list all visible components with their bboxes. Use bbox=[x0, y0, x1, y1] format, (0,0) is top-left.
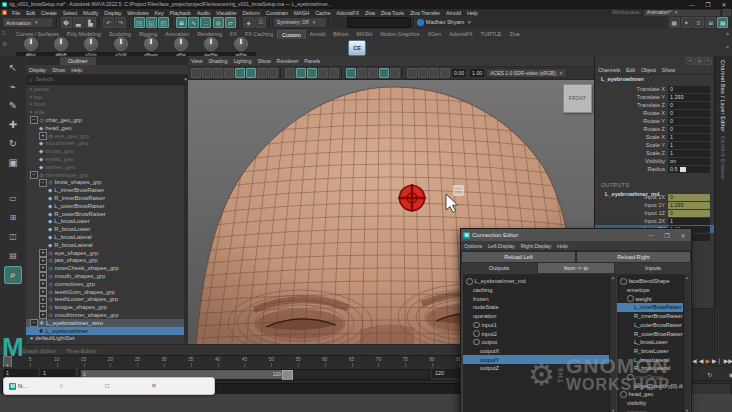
outliner-item-R_innerBrowRaiser[interactable]: ◆R_innerBrowRaiser bbox=[26, 194, 206, 202]
exposure-field[interactable]: 0.00 bbox=[452, 69, 466, 77]
channel-box-menu-show[interactable]: Show bbox=[659, 67, 678, 73]
expand-icon[interactable]: + bbox=[39, 272, 47, 280]
viewport-menu-view[interactable]: View bbox=[188, 58, 205, 64]
expand-icon[interactable]: + bbox=[39, 249, 47, 257]
channel-translate-x[interactable]: Translate X0 bbox=[595, 85, 715, 93]
expand-icon[interactable]: + bbox=[39, 264, 47, 272]
ce-item-outputZ[interactable]: outputZ bbox=[463, 364, 609, 373]
outliner-item-defaultLightSet[interactable]: ●defaultLightSet bbox=[26, 335, 188, 343]
collapse-icon[interactable]: − bbox=[39, 179, 47, 187]
channel-value-field[interactable]: 0 bbox=[668, 126, 710, 133]
toggle-circle-icon[interactable] bbox=[627, 295, 634, 302]
channel-value-field[interactable]: 0 bbox=[668, 86, 710, 93]
toggle-circle-icon[interactable] bbox=[620, 278, 627, 285]
go-to-end-button[interactable]: ▶▶ bbox=[724, 357, 732, 364]
viewport-menu-show[interactable]: Show bbox=[254, 58, 273, 64]
shelf-button-parFlip[interactable]: parFlip bbox=[196, 37, 226, 58]
outliner-item-brow_shapes_grp[interactable]: −◇brow_shapes_grp bbox=[26, 179, 197, 187]
range-slider-handle[interactable] bbox=[282, 370, 293, 381]
viewport-toolbar-icon-8[interactable] bbox=[285, 68, 295, 78]
snap-projected-icon[interactable]: ◎ bbox=[213, 17, 224, 28]
scale-tool[interactable]: ▣ bbox=[5, 154, 21, 170]
channel-rotate-y[interactable]: Rotate Y0 bbox=[595, 117, 715, 125]
outliner-item-char_geo_grp[interactable]: −◇char_geo_grp bbox=[26, 116, 188, 124]
viewport-toolbar-icon-7[interactable] bbox=[268, 68, 278, 78]
channel-value-field[interactable]: 1.293 bbox=[668, 94, 710, 101]
gamma-field[interactable]: 1.00 bbox=[470, 69, 484, 77]
outliner-item-eye_shapes_grp[interactable]: +◇eye_shapes_grp bbox=[26, 249, 197, 257]
viewport-toolbar-icon-1[interactable] bbox=[202, 68, 212, 78]
open-scene-icon[interactable]: ▃ bbox=[73, 17, 84, 28]
shelf-tab-arnold[interactable]: Arnold bbox=[306, 30, 330, 38]
inputs-column-header[interactable]: Inputs bbox=[615, 265, 691, 271]
tool-settings-icon[interactable]: ⊞ bbox=[705, 17, 716, 28]
outliner-item-mouthInner_shapes_grp[interactable]: +◇mouthInner_shapes_grp bbox=[26, 311, 197, 319]
toggle-circle-icon[interactable] bbox=[627, 374, 634, 381]
outliner-pane-layout[interactable]: ▤ bbox=[5, 247, 21, 263]
channel-translate-z[interactable]: Translate Z0 bbox=[595, 101, 715, 109]
shelf-menu-icon[interactable]: ≡ bbox=[2, 30, 6, 36]
outliner-item-brows_geo[interactable]: ◆brows_geo bbox=[26, 147, 197, 155]
ce-item-outputY[interactable]: outputY bbox=[463, 355, 609, 364]
shelf-tab-xgen[interactable]: XGen bbox=[423, 30, 445, 38]
shelf-gear-icon[interactable]: ⚙ bbox=[2, 41, 7, 47]
channel-value-field[interactable]: 1.293 bbox=[668, 202, 710, 209]
outliner-menu-help[interactable]: Help bbox=[68, 67, 85, 73]
channel-value-field[interactable]: 0 bbox=[668, 210, 710, 217]
close-button[interactable]: ✕ bbox=[716, 1, 732, 9]
close-button[interactable]: ✕ bbox=[675, 229, 691, 241]
shelf-button-wtFlip[interactable]: wtFlip bbox=[226, 37, 256, 58]
select-object-icon[interactable]: ◱ bbox=[146, 17, 157, 28]
channel-box-node-name[interactable]: L_eyebrowInner bbox=[601, 76, 644, 82]
viewport-toolbar-icon-0[interactable] bbox=[191, 68, 201, 78]
connection-editor-right-list[interactable]: faceBlendShapeenvelopeweightL_innerBrowR… bbox=[617, 275, 683, 412]
menu-select[interactable]: Select bbox=[60, 10, 80, 16]
shelf-button-zRnam[interactable]: zRnam bbox=[136, 37, 166, 58]
viewport-menu-panels[interactable]: Panels bbox=[301, 58, 323, 64]
ce-menu-left-display[interactable]: Left Display bbox=[485, 243, 518, 249]
expand-icon[interactable]: + bbox=[39, 296, 47, 304]
close-icon[interactable]: ✕ bbox=[151, 383, 156, 390]
menu-set-selector[interactable]: Animation▼ bbox=[2, 17, 54, 28]
menu-edit[interactable]: Edit bbox=[23, 10, 38, 16]
step-forward-button[interactable]: ▶❘ bbox=[712, 357, 722, 364]
snap-curve-icon[interactable]: ∿ bbox=[188, 17, 199, 28]
outliner-item-L_eyebrowInner[interactable]: ✚L_eyebrowInner bbox=[26, 327, 197, 335]
shelf-button-connection-editor[interactable]: CE bbox=[348, 40, 366, 56]
speed-state-icon[interactable]: ⌖ bbox=[686, 57, 694, 65]
outputs-column-header[interactable]: Outputs bbox=[461, 265, 537, 271]
ce-item-R_browLateral[interactable]: R_browLateral bbox=[617, 364, 683, 373]
shelf-button-zTiOff[interactable]: zTiOff bbox=[106, 37, 136, 58]
new-scene-icon[interactable]: � bbox=[61, 17, 72, 28]
shelf-button-dMirL[interactable]: dMirL bbox=[16, 37, 46, 58]
channel-box-menu-channels[interactable]: Channels bbox=[595, 67, 623, 73]
channel-value-field[interactable]: 0 bbox=[668, 110, 710, 117]
channel-scale-z[interactable]: Scale Z1 bbox=[595, 149, 715, 157]
outliner-item-L_eyebrowInner_zero[interactable]: −✚L_eyebrowInner_zero bbox=[26, 319, 188, 327]
channel-input-2x[interactable]: Input 2X1 bbox=[595, 217, 715, 225]
image-plane-front[interactable]: FRONT bbox=[563, 84, 592, 113]
ce-item-envelope[interactable]: envelope bbox=[617, 286, 683, 295]
outliner-item-eyelid_geo[interactable]: ◆eyelid_geo bbox=[26, 155, 197, 163]
minimize-button[interactable]: — bbox=[643, 229, 659, 241]
ce-item-R_innerBrowRaiser[interactable]: R_innerBrowRaiser bbox=[617, 312, 683, 321]
rotate-tool[interactable]: ↻ bbox=[5, 135, 21, 151]
menu-visualize[interactable]: Visualize bbox=[213, 10, 240, 16]
shelf-tab-turtle[interactable]: TURTLE bbox=[477, 30, 506, 38]
outliner-tab[interactable]: Outliner bbox=[60, 57, 96, 65]
outliner-item-L_browLower[interactable]: ◆L_browLower bbox=[26, 218, 206, 226]
outputs-node-name[interactable]: L_eyebrowInner_md bbox=[605, 191, 659, 197]
ce-item-faceBlendShape[interactable]: faceBlendShape bbox=[617, 277, 683, 286]
outliner-item-mouthInner_geo[interactable]: ◆mouthInner_geo bbox=[26, 140, 197, 148]
shelf-scroll-down-icon[interactable]: ▼ bbox=[725, 45, 730, 50]
menu-key[interactable]: Key bbox=[152, 10, 167, 16]
select-hierarchy-icon[interactable]: ◳ bbox=[134, 17, 145, 28]
reload-left-button[interactable]: Reload Left bbox=[461, 251, 576, 263]
toggle-circle-icon[interactable] bbox=[473, 330, 480, 337]
viewport-menu-shading[interactable]: Shading bbox=[205, 58, 230, 64]
ce-menu-right-display[interactable]: Right Display bbox=[518, 243, 554, 249]
humanik-icon[interactable]: ✦ bbox=[681, 17, 692, 28]
make-live-icon[interactable]: ◈ bbox=[243, 17, 254, 28]
outliner-item-eye_geo_grp[interactable]: +◇eye_geo_grp bbox=[26, 132, 197, 140]
ce-item-R_outerBrowRaiser[interactable]: R_outerBrowRaiser bbox=[617, 329, 683, 338]
